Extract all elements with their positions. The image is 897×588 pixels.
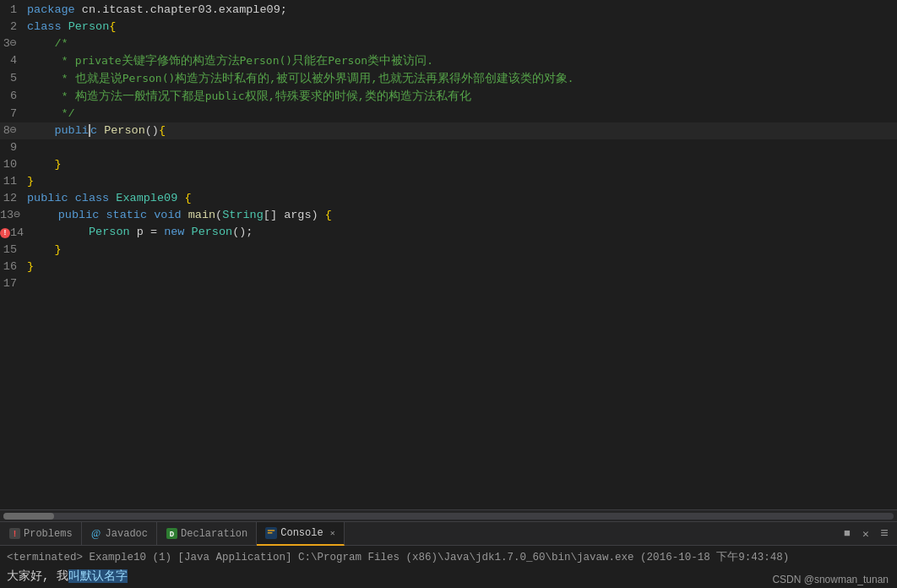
code-content: 1 package cn.itcast.chapter03.example09;…: [0, 0, 897, 509]
code-line: 1 package cn.itcast.chapter03.example09;: [0, 2, 897, 19]
code-line: 5 * 也就是说Person()构造方法时私有的,被可以被外界调用,也就无法再累…: [0, 70, 897, 88]
tab-declaration[interactable]: D Declaration: [157, 522, 257, 546]
line-content: }: [27, 259, 897, 275]
tab-javadoc-label: Javadoc: [106, 528, 148, 540]
horizontal-scrollbar[interactable]: [0, 509, 897, 521]
svg-rect-6: [268, 532, 273, 533]
code-line: 8⊖ public Person(){: [0, 122, 897, 139]
line-content: class Person{: [27, 19, 897, 35]
console-terminated-line: <terminated> Example10 (1) [Java Applica…: [7, 549, 890, 566]
code-line: 7 */: [0, 106, 897, 122]
line-number: 12: [0, 190, 27, 207]
code-line: 3⊖ /*: [0, 35, 897, 52]
code-line: 11 }: [0, 173, 897, 190]
tab-actions: ■ ✕ ≡: [840, 526, 897, 542]
line-number: 6: [0, 88, 27, 105]
line-number: 1: [0, 2, 27, 19]
code-line: 4 * private关键字修饰的构造方法Person()只能在Person类中…: [0, 52, 897, 70]
tab-bar: ! Problems @ Javadoc D Declaration: [0, 522, 897, 546]
line-number: 13⊖: [0, 207, 30, 224]
tab-console[interactable]: Console ✕: [257, 522, 344, 546]
code-line: 15 }: [0, 242, 897, 259]
scrollbar-track[interactable]: [3, 513, 894, 520]
line-content: }: [27, 242, 897, 259]
code-lines: 1 package cn.itcast.chapter03.example09;…: [0, 0, 897, 292]
line-number: 5: [0, 70, 27, 87]
line-content: package cn.itcast.chapter03.example09;: [27, 2, 897, 19]
line-number: !14: [0, 224, 34, 242]
line-number: 15: [0, 242, 27, 259]
code-line: 2 class Person{: [0, 19, 897, 35]
tab-console-label: Console: [280, 527, 323, 539]
console-content: <terminated> Example10 (1) [Java Applica…: [0, 546, 897, 588]
svg-text:D: D: [169, 531, 174, 539]
javadoc-icon: @: [90, 528, 102, 540]
line-number: 2: [0, 19, 27, 35]
svg-rect-5: [268, 530, 275, 531]
stop-button[interactable]: ■: [840, 526, 855, 542]
line-number: 16: [0, 259, 27, 275]
code-line: 16 }: [0, 259, 897, 275]
line-number: 17: [0, 275, 27, 292]
code-line: 12 public class Example09 {: [0, 190, 897, 207]
line-number: 9: [0, 139, 27, 156]
code-editor: 1 package cn.itcast.chapter03.example09;…: [0, 0, 897, 521]
line-number: 4: [0, 52, 27, 69]
close-console-button[interactable]: ✕: [858, 526, 873, 542]
line-content: Person p = new Person();: [34, 224, 897, 241]
line-number: 3⊖: [0, 35, 27, 52]
line-content: /*: [27, 35, 897, 52]
svg-text:!: !: [12, 530, 17, 539]
line-number: 8⊖: [0, 122, 27, 139]
console-close-icon[interactable]: ✕: [330, 528, 335, 538]
line-content: }: [27, 173, 897, 190]
console-output-line: 大家好, 我叫默认名字: [7, 568, 890, 585]
declaration-icon: D: [166, 528, 177, 540]
code-line: !14 Person p = new Person();: [0, 224, 897, 242]
tab-javadoc[interactable]: @ Javadoc: [82, 522, 157, 546]
line-content: }: [27, 156, 897, 173]
console-icon: [265, 527, 277, 539]
code-line: 10 }: [0, 156, 897, 173]
line-number: 11: [0, 173, 27, 190]
menu-button[interactable]: ≡: [877, 526, 892, 542]
tab-declaration-label: Declaration: [181, 528, 247, 540]
code-line: 6 * 构造方法一般情况下都是public权限,特殊要求的时候,类的构造方法私有…: [0, 88, 897, 106]
scrollbar-thumb[interactable]: [3, 513, 54, 520]
code-line: 9: [0, 139, 897, 156]
code-line: 13⊖ public static void main(String[] arg…: [0, 207, 897, 224]
line-content: public Person(){: [27, 122, 897, 139]
line-content: public static void main(String[] args) {: [30, 207, 897, 224]
line-content: [27, 275, 897, 292]
watermark: CSDN @snowman_tunan: [772, 571, 889, 588]
line-content: * 也就是说Person()构造方法时私有的,被可以被外界调用,也就无法再累得外…: [27, 70, 897, 88]
line-content: [27, 139, 897, 156]
console-highlight-text: 叫默认名字: [68, 569, 128, 583]
line-number: 7: [0, 106, 27, 122]
problems-icon: !: [8, 528, 20, 540]
line-content: */: [27, 106, 897, 122]
console-output-text: 大家好, 我: [7, 569, 68, 583]
code-line: 17: [0, 275, 897, 292]
line-content: * private关键字修饰的构造方法Person()只能在Person类中被访…: [27, 52, 897, 70]
line-content: public class Example09 {: [27, 190, 897, 207]
line-number: 10: [0, 156, 27, 173]
line-content: * 构造方法一般情况下都是public权限,特殊要求的时候,类的构造方法私有化: [27, 88, 897, 106]
tab-problems-label: Problems: [24, 528, 73, 540]
tab-problems[interactable]: ! Problems: [0, 522, 82, 546]
bottom-panel: ! Problems @ Javadoc D Declaration: [0, 521, 897, 588]
